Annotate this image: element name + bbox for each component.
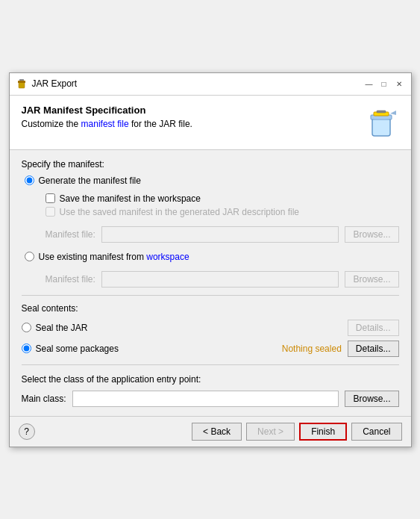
browse-button-2[interactable]: Browse... (345, 271, 398, 288)
jar-export-window: JAR Export — □ ✕ JAR Manifest Specificat… (9, 72, 412, 447)
content-area: Specify the manifest: Generate the manif… (10, 150, 411, 416)
main-class-input[interactable] (72, 391, 339, 407)
main-class-label: Main class: (22, 394, 66, 404)
entry-point-label: Select the class of the application entr… (22, 374, 399, 385)
seal-jar-right: Details... (348, 320, 399, 336)
footer: ? < Back Next > Finish Cancel (10, 416, 411, 447)
use-saved-checkbox[interactable] (46, 207, 55, 217)
svg-rect-2 (19, 79, 24, 81)
entry-point-section: Select the class of the application entr… (22, 374, 399, 407)
generate-radio-label[interactable]: Generate the manifest file (39, 175, 141, 186)
browse-button-1[interactable]: Browse... (345, 226, 398, 243)
help-button[interactable]: ? (19, 423, 35, 440)
title-bar: JAR Export — □ ✕ (10, 73, 411, 96)
manifest-file-label-1: Manifest file: (46, 229, 95, 240)
seal-packages-right: Nothing sealed Details... (282, 341, 399, 357)
save-manifest-checkbox[interactable] (46, 193, 55, 203)
cancel-button[interactable]: Cancel (351, 423, 401, 441)
svg-rect-0 (19, 82, 25, 88)
title-bar-left: JAR Export (16, 78, 78, 90)
seal-packages-label[interactable]: Seal some packages (36, 344, 119, 354)
generate-radio[interactable] (25, 175, 34, 185)
use-existing-radio-label: Use existing manifest from workspace (39, 252, 189, 262)
use-existing-radio[interactable] (25, 252, 34, 261)
maximize-button[interactable]: □ (378, 78, 390, 90)
main-class-row: Main class: Browse... (22, 391, 399, 407)
minimize-button[interactable]: — (363, 78, 375, 90)
manifest-file-row-1: Manifest file: Browse... (46, 226, 399, 243)
title-bar-title: JAR Export (32, 78, 78, 89)
specify-manifest-label: Specify the manifest: (22, 159, 399, 170)
use-existing-radio-item: Use existing manifest from workspace (25, 252, 399, 262)
header-area: JAR Manifest Specification Customize the… (10, 96, 411, 150)
seal-jar-row: Seal the JAR Details... (22, 320, 399, 336)
seal-jar-radio[interactable] (22, 323, 31, 332)
manifest-file-row-2: Manifest file: Browse... (46, 271, 399, 288)
page-subtitle: Customize the manifest file for the JAR … (22, 119, 192, 129)
svg-marker-8 (390, 111, 396, 115)
footer-right: < Back Next > Finish Cancel (192, 423, 401, 441)
svg-rect-1 (18, 81, 25, 83)
manifest-file-input-1[interactable] (101, 226, 339, 243)
seal-jar-details-button[interactable]: Details... (348, 320, 399, 336)
svg-rect-3 (372, 118, 390, 136)
manifest-file-input-2[interactable] (101, 271, 339, 288)
separator-1 (22, 295, 399, 296)
jar-icon (363, 105, 399, 140)
close-button[interactable]: ✕ (393, 78, 405, 90)
svg-rect-7 (377, 111, 386, 113)
svg-point-6 (371, 116, 392, 119)
use-saved-label: Use the saved manifest in the generated … (60, 207, 300, 217)
seal-contents-label: Seal contents: (22, 303, 399, 314)
seal-packages-row: Seal some packages Nothing sealed Detail… (22, 341, 399, 357)
nothing-sealed-label: Nothing sealed (282, 344, 342, 354)
footer-left: ? (19, 423, 35, 440)
generate-options: Save the manifest in the workspace Use t… (46, 193, 399, 217)
save-manifest-item: Save the manifest in the workspace (46, 193, 399, 204)
seal-packages-details-button[interactable]: Details... (348, 341, 399, 357)
seal-packages-left: Seal some packages (22, 344, 119, 354)
jar-title-icon (16, 78, 28, 90)
use-saved-item: Use the saved manifest in the generated … (46, 207, 399, 217)
manifest-radio-group: Generate the manifest file Save the mani… (25, 175, 399, 288)
page-title: JAR Manifest Specification (22, 105, 192, 116)
seal-packages-radio[interactable] (22, 344, 31, 353)
browse-main-button[interactable]: Browse... (345, 391, 398, 407)
manifest-file-label-2: Manifest file: (46, 274, 95, 285)
generate-radio-item: Generate the manifest file (25, 175, 399, 186)
seal-jar-label[interactable]: Seal the JAR (36, 323, 88, 333)
seal-jar-left: Seal the JAR (22, 323, 88, 333)
finish-button[interactable]: Finish (299, 423, 347, 441)
back-button[interactable]: < Back (192, 423, 242, 441)
seal-section: Seal contents: Seal the JAR Details... S… (22, 303, 399, 357)
save-manifest-label[interactable]: Save the manifest in the workspace (60, 193, 201, 204)
header-text: JAR Manifest Specification Customize the… (22, 105, 192, 129)
separator-2 (22, 364, 399, 365)
title-bar-controls: — □ ✕ (363, 78, 405, 90)
next-button[interactable]: Next > (246, 423, 295, 441)
